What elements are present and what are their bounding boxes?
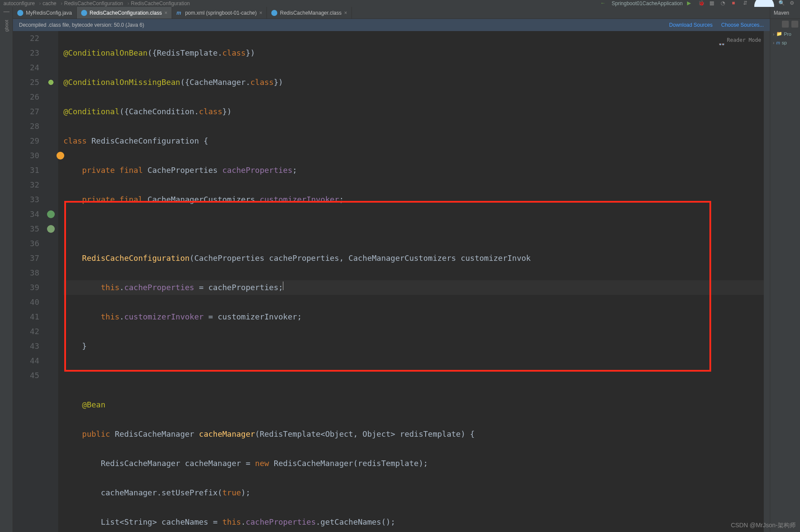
class-file-icon (271, 10, 277, 16)
close-icon[interactable]: × (259, 10, 262, 16)
chevron-right-icon: › (773, 31, 775, 37)
git-icon[interactable]: ⇵ (743, 0, 750, 7)
download-sources-link[interactable]: Download Sources (669, 22, 713, 28)
search-icon[interactable]: 🔍 (778, 0, 785, 7)
vertical-scrollbar[interactable] (764, 31, 770, 532)
line-number[interactable]: 45 (13, 368, 39, 383)
line-number[interactable]: 26 (13, 90, 39, 104)
line-number[interactable]: 41 (13, 310, 39, 324)
run-icon[interactable]: ▶ (687, 0, 694, 7)
tab-label: RedisCacheManager.class (280, 10, 342, 16)
back-icon[interactable]: ← (600, 0, 607, 7)
refresh-icon[interactable] (782, 21, 789, 28)
class-gutter-icon[interactable] (47, 78, 55, 86)
line-number[interactable]: 35 (13, 222, 39, 236)
line-number[interactable]: 24 (13, 60, 39, 75)
debug-icon[interactable]: 🐞 (698, 0, 705, 7)
maven-tree-item[interactable]: ›📁Pro (770, 29, 800, 38)
maven-toolbar (770, 19, 800, 29)
left-tool-label[interactable]: gboot (4, 20, 9, 32)
chevron-right-icon: › (773, 40, 775, 45)
line-number[interactable]: 36 (13, 236, 39, 251)
minimize-icon[interactable]: — (3, 8, 9, 15)
breadcrumb-bar: autoconfigure› cache› RedisCacheConfigur… (0, 0, 800, 7)
line-number[interactable]: 22 (13, 31, 39, 46)
code-editor[interactable]: 👓 Reader Mode 22232425262728293031323334… (13, 31, 770, 532)
line-number[interactable]: 40 (13, 295, 39, 310)
maven-file-icon: m (176, 10, 182, 16)
right-tool-window: Maven ›📁Pro ›msp (770, 7, 800, 532)
line-number[interactable]: 23 (13, 46, 39, 60)
line-number[interactable]: 42 (13, 324, 39, 339)
class-file-icon (81, 10, 87, 16)
line-number[interactable]: 25 (13, 75, 39, 90)
line-number[interactable]: 43 (13, 339, 39, 354)
close-icon[interactable]: × (164, 10, 167, 16)
choose-sources-link[interactable]: Choose Sources... (721, 22, 764, 28)
reader-mode-toggle[interactable]: 👓 Reader Mode (718, 33, 761, 47)
tab-label: RedisCacheConfiguration.class (90, 10, 162, 16)
breadcrumb-sep: › (39, 0, 41, 6)
breadcrumb-sep: › (61, 0, 63, 6)
reader-mode-label: Reader Mode (727, 33, 761, 47)
watermark: CSDN @MrJson-架构师 (731, 522, 796, 529)
maven-panel-header[interactable]: Maven (770, 7, 800, 19)
decompiled-banner: Decompiled .class file, bytecode version… (13, 19, 770, 31)
code-area[interactable]: @ConditionalOnBean({RedisTemplate.class}… (58, 31, 770, 532)
line-number[interactable]: 34 (13, 207, 39, 222)
settings-icon[interactable]: ⚙ (790, 0, 797, 7)
breadcrumb-item[interactable]: RedisCacheConfiguration (131, 0, 190, 6)
tab-label: MyRedisConfig.java (26, 10, 72, 16)
gutter-icons (45, 31, 58, 532)
line-number[interactable]: 38 (13, 266, 39, 280)
tab-label: pom.xml (springboot-01-cache) (185, 10, 257, 16)
line-number[interactable]: 39 (13, 280, 39, 295)
stop-icon[interactable]: ■ (732, 0, 739, 7)
coverage-icon[interactable]: ▦ (709, 0, 716, 7)
left-tool-window-bar[interactable]: — gboot (0, 7, 13, 532)
line-number[interactable]: 32 (13, 178, 39, 192)
tab-rediscachemanager[interactable]: RedisCacheManager.class × (267, 7, 352, 19)
avatar[interactable] (754, 0, 774, 7)
line-number[interactable]: 28 (13, 119, 39, 134)
line-number[interactable]: 29 (13, 134, 39, 148)
line-number[interactable]: 30 (13, 148, 39, 163)
maven-tree-item[interactable]: ›msp (770, 38, 800, 47)
breadcrumb-item[interactable]: RedisCacheConfiguration (64, 0, 123, 6)
run-config-dropdown[interactable]: Springboot01CacheApplication (612, 0, 683, 6)
tab-myredisconfig[interactable]: MyRedisConfig.java (13, 7, 77, 19)
line-number-gutter[interactable]: 2223242526272829303132333435363738394041… (13, 31, 45, 532)
maven-settings-icon[interactable] (791, 21, 798, 28)
breadcrumb-item[interactable]: cache (43, 0, 56, 6)
close-icon[interactable]: × (344, 10, 347, 16)
editor-tabs: MyRedisConfig.java RedisCacheConfigurati… (13, 7, 770, 19)
line-number[interactable]: 37 (13, 251, 39, 266)
line-number[interactable]: 27 (13, 104, 39, 119)
profile-icon[interactable]: ◔ (721, 0, 728, 7)
breadcrumb-item[interactable]: autoconfigure (3, 0, 35, 6)
line-number[interactable]: 44 (13, 354, 39, 368)
tab-rediscacheconfiguration[interactable]: RedisCacheConfiguration.class × (77, 7, 172, 19)
line-number[interactable]: 31 (13, 163, 39, 178)
banner-text: Decompiled .class file, bytecode version… (19, 22, 144, 28)
breadcrumb-sep: › (128, 0, 129, 6)
reader-mode-icon: 👓 (718, 37, 725, 43)
java-file-icon (17, 10, 23, 16)
tab-pomxml[interactable]: m pom.xml (springboot-01-cache) × (172, 7, 267, 19)
override-gutter-icon[interactable] (47, 225, 55, 233)
implements-gutter-icon[interactable] (47, 210, 55, 218)
line-number[interactable]: 33 (13, 192, 39, 207)
